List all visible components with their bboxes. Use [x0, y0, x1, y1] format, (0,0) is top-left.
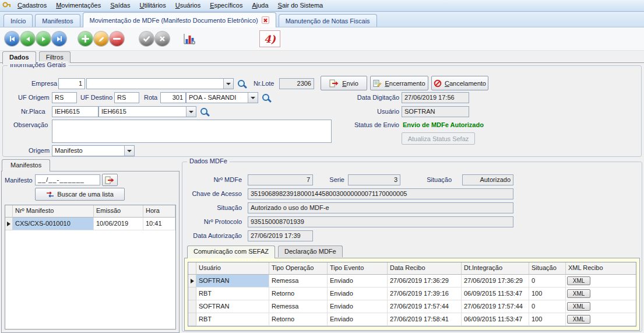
chave-acesso-field[interactable]: 3519068982391800014458003000000007117000…	[248, 188, 513, 199]
tab-dados[interactable]: Dados	[2, 51, 36, 64]
report-chart-button[interactable]	[181, 31, 198, 47]
cell-nr-manifesto[interactable]: CXS/CXS-0010010	[13, 218, 94, 230]
table-row[interactable]: RBT Retorno Enviado 27/06/2019 17:58:41 …	[188, 313, 636, 326]
tab-manifestos[interactable]: Manifestos	[35, 14, 80, 27]
serie-field[interactable]: 3	[348, 174, 400, 185]
menu-saidas[interactable]: Saídas	[105, 1, 135, 10]
column-header[interactable]: Tipo Operação	[269, 262, 328, 275]
protocolo-field[interactable]: 935150008701939	[248, 216, 513, 227]
column-header[interactable]: Hora	[143, 205, 175, 218]
nrlote-field[interactable]: 2306	[279, 78, 314, 89]
column-header[interactable]: Emissão	[94, 205, 143, 218]
table-row[interactable]: SOFTRAN Remessa Enviado 27/06/2019 17:57…	[188, 300, 636, 313]
menu-sair-do-sistema[interactable]: Sair do Sistema	[273, 1, 328, 10]
search-placa-icon[interactable]	[200, 107, 210, 117]
menu-cadastros[interactable]: Cadastros	[13, 1, 51, 10]
cell-tipo-operacao[interactable]: Retorno	[269, 313, 328, 326]
cell-usuario[interactable]: SOFTRAN	[196, 300, 269, 313]
cell-tipo-operacao[interactable]: Remessa	[269, 300, 328, 313]
tab-manifestos-panel[interactable]: Manifestos	[2, 159, 50, 171]
dropdown-button[interactable]	[186, 107, 196, 117]
manifesto-send-button[interactable]	[102, 174, 118, 186]
table-row[interactable]: SOFTRAN Remessa Enviado 27/06/2019 17:36…	[188, 275, 636, 288]
nrplaca-field[interactable]: IEH6615	[52, 106, 98, 117]
xml-recibo-button[interactable]: XML	[567, 289, 590, 298]
situacao-field[interactable]: Autorizado	[462, 174, 513, 185]
cell-usuario[interactable]: RBT	[196, 313, 269, 326]
cell-situacao[interactable]: 0	[529, 300, 566, 313]
xml-recibo-button[interactable]: XML	[567, 276, 590, 285]
cell-usuario[interactable]: SOFTRAN	[196, 275, 269, 288]
cell-tipo-evento[interactable]: Enviado	[328, 275, 388, 288]
cell-tipo-evento[interactable]: Enviado	[328, 313, 388, 326]
manifesto-mask-input[interactable]: __/__-______	[35, 174, 100, 185]
menu-movimentacoes[interactable]: Movimentações	[51, 1, 105, 10]
tab-movimentacao-mdfe[interactable]: Movimentação de MDFe (Manifesto Document…	[83, 12, 276, 27]
cell-usuario[interactable]: RBT	[196, 288, 269, 300]
cell-dt-integracao[interactable]: 06/09/2015 11:53:47	[462, 313, 529, 326]
exit-system-button[interactable]: 4)	[259, 30, 280, 47]
uf-origem-field[interactable]: RS	[52, 92, 77, 103]
tab-manutencao-notas-fiscais[interactable]: Manutenção de Notas Fiscais	[279, 14, 377, 27]
cancel-button[interactable]	[155, 31, 170, 46]
nr-mdfe-field[interactable]: 7	[248, 174, 313, 185]
confirm-button[interactable]	[139, 31, 154, 46]
situacao-desc-field[interactable]: Autorizado o uso do MDF-e	[248, 202, 513, 213]
menu-utilitarios[interactable]: Utilitários	[135, 1, 170, 10]
cell-situacao[interactable]: 0	[529, 275, 566, 288]
rota-combo[interactable]: POA - SARANDI	[186, 92, 258, 103]
delete-button[interactable]	[110, 31, 124, 46]
empresa-code-field[interactable]: 1	[58, 78, 85, 89]
cell-data-recibo[interactable]: 27/06/2019 17:58:41	[388, 313, 462, 326]
column-header[interactable]: Usuário	[196, 262, 269, 275]
menu-usuarios[interactable]: Usuários	[171, 1, 205, 10]
search-rota-icon[interactable]	[262, 93, 272, 103]
table-row[interactable]: CXS/CXS-0010010 10/06/2019 10:41	[5, 218, 175, 230]
tab-inicio[interactable]: Início	[3, 14, 33, 27]
column-header[interactable]: Situação	[529, 262, 566, 275]
nrplaca-combo[interactable]: IEH6615	[98, 106, 196, 117]
tab-declaracao-mdfe[interactable]: Declaração MDFe	[278, 246, 343, 257]
cell-dt-integracao[interactable]: 27/06/2019 17:57:44	[462, 300, 529, 313]
cell-tipo-operacao[interactable]: Retorno	[269, 288, 328, 300]
menu-ajuda[interactable]: Ajuda	[247, 1, 273, 10]
cell-tipo-evento[interactable]: Enviado	[328, 288, 388, 300]
edit-button[interactable]	[94, 31, 108, 46]
column-header[interactable]: XML Recibo	[566, 262, 636, 275]
search-empresa-icon[interactable]	[237, 79, 247, 89]
data-autorizacao-field[interactable]: 27/06/2019 17:39	[248, 230, 313, 241]
next-record-button[interactable]	[36, 31, 51, 46]
empresa-combo[interactable]	[86, 78, 234, 89]
column-header[interactable]: Tipo Evento	[328, 262, 388, 275]
usuario-field[interactable]: SOFTRAN	[402, 106, 469, 117]
observacao-textarea[interactable]	[52, 120, 332, 143]
column-header[interactable]: Nrº Manifesto	[13, 205, 94, 218]
column-header[interactable]: Dt.Integração	[462, 262, 529, 275]
cancelamento-button[interactable]: Cancelamento	[431, 76, 488, 90]
cell-situacao[interactable]: 100	[529, 288, 566, 300]
cell-situacao[interactable]: 100	[529, 313, 566, 326]
buscar-lista-button[interactable]: Buscar de uma lista	[35, 188, 125, 201]
origem-combo[interactable]: Manifesto	[52, 145, 135, 156]
uf-destino-field[interactable]: RS	[114, 92, 139, 103]
dropdown-button[interactable]	[223, 79, 233, 89]
cell-emissao[interactable]: 10/06/2019	[94, 218, 143, 230]
menu-especificos[interactable]: Específicos	[205, 1, 247, 10]
tab-comunicacao-sefaz[interactable]: Comunicação com SEFAZ	[187, 246, 275, 258]
last-record-button[interactable]	[52, 31, 66, 46]
cell-tipo-operacao[interactable]: Remessa	[269, 275, 328, 288]
cell-tipo-evento[interactable]: Enviado	[328, 300, 388, 313]
cell-hora[interactable]: 10:41	[143, 218, 175, 230]
envio-button[interactable]: Envio	[321, 76, 367, 90]
cell-data-recibo[interactable]: 27/06/2019 17:57:44	[388, 300, 462, 313]
first-record-button[interactable]	[5, 31, 19, 46]
encerramento-button[interactable]: Encerramento	[370, 76, 428, 90]
cell-dt-integracao[interactable]: 27/06/2019 17:36:29	[462, 275, 529, 288]
cell-dt-integracao[interactable]: 06/09/2015 11:53:47	[462, 288, 529, 300]
column-header[interactable]: Data Recibo	[388, 262, 462, 275]
data-digitacao-field[interactable]: 27/06/2019 17:56	[402, 92, 469, 103]
close-tab-icon[interactable]	[262, 16, 269, 24]
xml-recibo-button[interactable]: XML	[567, 315, 590, 324]
dropdown-button[interactable]	[124, 146, 134, 156]
cell-data-recibo[interactable]: 27/06/2019 17:36:29	[388, 275, 462, 288]
